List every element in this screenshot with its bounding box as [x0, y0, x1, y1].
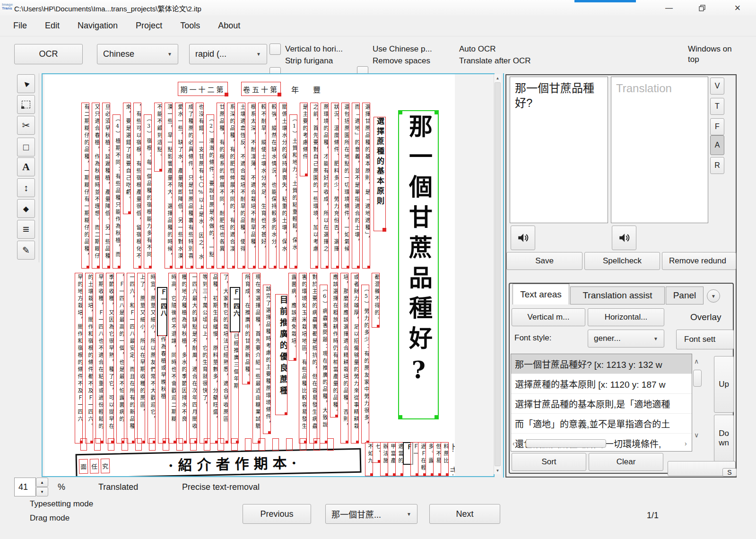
- text-area-box[interactable]: 甲當產: [388, 442, 396, 476]
- text-area-box[interactable]: 愛水一些，缺了水，產量隨即降低，另一些對水漠: [175, 103, 183, 269]
- text-area-box[interactable]: 不如九: [365, 442, 373, 476]
- minimize-button[interactable]: —: [662, 3, 676, 13]
- small-text-box[interactable]: [190, 438, 197, 451]
- tab-panel[interactable]: Panel: [666, 287, 704, 304]
- text-area-box[interactable]: 害的環境如玉米栽培地區，有些品種比較容易發生: [299, 273, 307, 443]
- text-area-box[interactable]: 培，那麼就應該選擇適合精耕栽培的品種。否則，: [340, 273, 348, 443]
- text-area-box[interactable]: 但不易: [433, 442, 441, 476]
- text-area-box[interactable]: 了，大家對它的栽培法已經熟悉，適合早收蔗區: [220, 273, 228, 443]
- text-area-box[interactable]: 早期收穫，Ｆ一四八也不適合在粘重或過份輕鬆的: [96, 273, 104, 443]
- side-button-v[interactable]: V: [710, 78, 724, 95]
- ocr-black-box[interactable]: Ｆ一四六: [230, 287, 240, 332]
- small-text-box[interactable]: [327, 438, 334, 451]
- hscroll-left-icon[interactable]: ‹: [513, 440, 515, 447]
- scroll-down-icon[interactable]: ▼: [494, 467, 501, 474]
- text-area-box[interactable]: 是主要的考慮條件: [300, 103, 308, 176]
- text-tool[interactable]: A: [17, 157, 35, 176]
- text-area-box[interactable]: 現在來選擇品種，首先要介紹一些最近由糖業試驗: [252, 273, 261, 443]
- small-text-box[interactable]: [300, 438, 306, 451]
- text-area-box[interactable]: 該完了選擇品種時考慮的主要種蔗環境條件，: [263, 285, 271, 434]
- canvas-scrollbar[interactable]: ▲ ▼: [494, 74, 501, 474]
- move-down-button[interactable]: Down: [714, 415, 734, 462]
- list-scroll-down-icon[interactable]: ∨: [694, 431, 699, 439]
- header-text-box[interactable]: 卷五十第: [241, 82, 281, 96]
- text-area-box[interactable]: 一四六，和Ｆ一四八最安定。而且在所有的新品種: [127, 273, 135, 443]
- side-button-t[interactable]: T: [710, 98, 724, 115]
- text-area-box[interactable]: 根系太深，不耐淺薄，不適合栽培不耐旱品種，: [248, 103, 256, 269]
- text-area-box[interactable]: 一四六最大的缺點是不耐風，適合在次年四月間收: [189, 273, 197, 443]
- text-area-box[interactable]: （4）植期不同：有些品種只能作為秋植，而: [113, 114, 121, 269]
- text-area-box[interactable]: 也沒有錯，一支甘蔗有七〇%以上是水。因之，水: [196, 103, 204, 269]
- small-text-box[interactable]: [313, 438, 320, 451]
- text-area-box[interactable]: 土壤適嵞恆反，不適合栽培不耐旱的品種，使得: [237, 103, 245, 269]
- menu-file[interactable]: File: [13, 21, 27, 31]
- close-button[interactable]: ×: [730, 3, 745, 13]
- text-area-box[interactable]: 狀況、溫度條件、肥料多少、勞力充份否，選擇: [331, 103, 339, 269]
- menu-tools[interactable]: Tools: [180, 21, 200, 31]
- next-button[interactable]: Next: [429, 504, 500, 524]
- text-area-list-item[interactable]: 那一個甘蔗品種好? [x: 1213 y: 132 w: [511, 354, 692, 374]
- selection-handle[interactable]: [398, 415, 402, 419]
- speak-source-button[interactable]: [511, 226, 535, 250]
- tab-text-areas[interactable]: Text areas: [513, 284, 569, 304]
- small-text-box[interactable]: [149, 438, 156, 451]
- ocr-black-box[interactable]: Ｆ一四八: [157, 287, 167, 336]
- text-area-box[interactable]: 品種。初期生長緩慢，原料莖數多，分蘗旺盛，: [210, 273, 218, 443]
- cut-tool[interactable]: ✂: [17, 116, 35, 135]
- small-text-box[interactable]: [231, 438, 238, 451]
- text-area-box[interactable]: 季節收穫，又因為它很早熟，種了它，可以提早在: [106, 273, 114, 443]
- selection-handle[interactable]: [434, 110, 439, 114]
- zoom-decrease-button[interactable]: ▼: [36, 487, 48, 496]
- text-area-box[interactable]: 應該選擇在粗放耕作時仍有相當產量的品種。: [330, 273, 338, 417]
- tab-translation-assist[interactable]: Translation assist: [570, 287, 665, 304]
- pointer-tool[interactable]: ◄: [17, 74, 35, 93]
- move-up-button[interactable]: Up: [714, 356, 734, 413]
- small-text-box[interactable]: [108, 438, 114, 451]
- small-text-box[interactable]: [135, 438, 142, 451]
- font-settings-button[interactable]: Font sett: [676, 330, 734, 349]
- text-area-box[interactable]: 適當的: [395, 442, 403, 476]
- small-text-box[interactable]: [204, 438, 210, 451]
- ocr-engine-select[interactable]: rapid (...: [189, 44, 267, 64]
- text-area-box[interactable]: 都混雜不得的。: [372, 273, 380, 328]
- text-area-box[interactable]: 之前，首先要對自己蔗園的一些環境，加以考慮: [310, 103, 318, 269]
- small-text-box[interactable]: [163, 438, 169, 451]
- spellcheck-button[interactable]: Spellcheck: [584, 252, 660, 270]
- save-button[interactable]: Save: [506, 252, 582, 270]
- zoom-increase-button[interactable]: ▲: [36, 478, 48, 487]
- small-text-box[interactable]: [80, 438, 87, 451]
- text-area-box[interactable]: Ｆ一: [410, 442, 418, 476]
- speak-translation-button[interactable]: [612, 226, 636, 250]
- restore-button[interactable]: [695, 3, 709, 13]
- text-area-list[interactable]: 那一個甘蔗品種好? [x: 1213 y: 132 w選擇蔗種的基本原則 [x:…: [511, 354, 692, 452]
- text-area-box[interactable]: （1）土質和地力：土質的粘重輕鬆，保水: [289, 114, 297, 269]
- menu-about[interactable]: About: [218, 21, 240, 31]
- text-area-dropdown[interactable]: 那一個甘蔗...: [325, 504, 417, 524]
- text-area-box[interactable]: 或者財力雄厚，足以招僱够量的勞力來從事精耕栽: [351, 273, 359, 443]
- list-scroll-up-icon[interactable]: ∧: [694, 357, 699, 365]
- menu-navigation[interactable]: Navigation: [78, 21, 118, 31]
- text-area-box[interactable]: 系深的品種，有的肥性伸展不同的，有的適合淺: [227, 103, 235, 269]
- canvas-scrollbar-thumb[interactable]: [495, 82, 501, 466]
- selected-text-area[interactable]: 那一個甘蔗品種好?: [398, 110, 439, 419]
- text-area-list-item[interactable]: 而「適地」的意義,並不是單指適合的土: [511, 414, 692, 434]
- text-area-box[interactable]: 七、: [373, 442, 381, 463]
- order-tool[interactable]: ≡: [17, 220, 35, 239]
- marquee-select-tool[interactable]: [17, 95, 35, 114]
- text-area-box[interactable]: 的土壤栽培，間作和宿根的條件都不及Ｆ一四六。: [85, 273, 93, 443]
- pencil-tool[interactable]: ✎: [17, 241, 35, 260]
- text-area-box[interactable]: 上了。蔗莖又細小，所以在早期收穫的蔗區，: [137, 273, 145, 443]
- small-text-box[interactable]: [245, 438, 252, 451]
- text-area-box[interactable]: ，Ｆ一四八是最高的一個，也是最不怕露菌病的: [116, 273, 124, 443]
- text-area-box[interactable]: 選擇甘蔗品種的基本原則，是「適地適種」，: [362, 103, 370, 269]
- hscroll-right-icon[interactable]: ›: [685, 440, 687, 447]
- header-text-box[interactable]: 期一十二第: [178, 82, 228, 96]
- text-area-box[interactable]: 等到三十萬公頃以上，它的生育就很快了，: [200, 273, 208, 443]
- rectangle-tool[interactable]: □: [17, 138, 35, 156]
- text-area-box[interactable]: 時高，它隨後也不退讓，同時也不會歡迎二期糊: [168, 273, 176, 443]
- remove-redundant-button[interactable]: Remove redund: [662, 252, 736, 270]
- sort-button[interactable]: Sort: [512, 453, 586, 471]
- text-area-box[interactable]: （2）灌漑的條件：要說甘蔗是水做的，一點: [206, 114, 214, 269]
- text-area-box[interactable]: 來，要是選錯了就要自己吃虧。: [123, 103, 131, 214]
- scroll-up-icon[interactable]: ▲: [494, 74, 501, 82]
